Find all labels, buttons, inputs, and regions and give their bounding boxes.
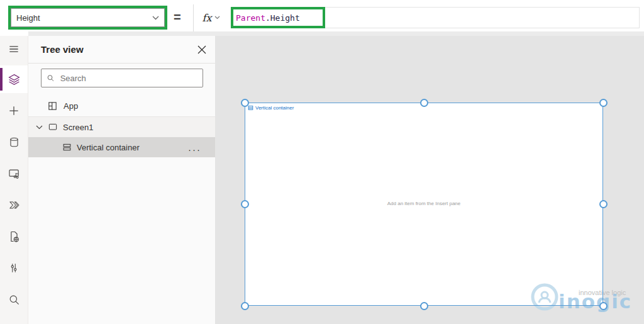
database-icon	[8, 136, 20, 148]
sidebar-item-insert[interactable]	[0, 97, 28, 125]
sidebar-item-search[interactable]	[0, 286, 28, 313]
selection-outline	[245, 103, 603, 306]
menu-button[interactable]	[0, 35, 28, 63]
sidebar-item-data[interactable]	[0, 128, 28, 156]
tree-view-layers-icon	[8, 73, 21, 86]
search-input[interactable]	[59, 73, 197, 84]
tree-view-header: Tree view	[28, 36, 215, 64]
hamburger-icon	[8, 43, 20, 55]
tree-item-label: Screen1	[63, 123, 93, 132]
tree-view-panel: Tree view App Screen1 Vertical cont	[28, 36, 215, 324]
tree-item-label: Vertical container	[77, 143, 140, 152]
close-panel-button[interactable]	[197, 45, 206, 54]
selection-label: Vertical container	[248, 105, 294, 111]
tree-item-label: App	[64, 101, 78, 111]
media-icon	[8, 167, 21, 180]
container-icon	[62, 142, 72, 152]
property-dropdown[interactable]: Height	[11, 8, 165, 27]
formula-toolbar: Height = fx Parent.Height	[0, 0, 644, 36]
fx-icon: fx	[203, 12, 212, 24]
selection-handle-n[interactable]	[420, 99, 428, 107]
app-icon	[47, 101, 58, 111]
selection-handle-w[interactable]	[241, 200, 249, 208]
property-annotation-box: Height	[8, 6, 167, 30]
sidebar-item-power-automate[interactable]	[0, 191, 28, 219]
container-icon	[248, 105, 253, 111]
selection-label-text: Vertical container	[255, 105, 294, 111]
more-options-button[interactable]: ···	[188, 144, 201, 155]
app-canvas[interactable]: innovative logic inogic Add an item from…	[215, 36, 644, 324]
chevron-down-icon	[152, 16, 159, 20]
tree-item-vertical-container[interactable]: Vertical container ···	[28, 137, 215, 157]
selection-handle-e[interactable]	[599, 200, 608, 208]
chevron-down-icon[interactable]	[36, 125, 43, 130]
toolbar-bottom-strip	[28, 31, 644, 36]
selection-handle-nw[interactable]	[241, 99, 249, 107]
selection-handle-ne[interactable]	[599, 99, 608, 107]
selection-handle-s[interactable]	[420, 302, 428, 310]
search-icon	[8, 294, 20, 306]
sidebar-item-settings[interactable]	[0, 254, 28, 282]
tree-item-app[interactable]: App	[28, 96, 215, 117]
tree-search-box[interactable]	[41, 69, 203, 87]
formula-annotation-box	[231, 7, 325, 28]
close-icon	[197, 45, 206, 54]
chevron-down-icon	[214, 16, 220, 20]
sliders-icon	[8, 262, 19, 274]
equals-sign: =	[174, 0, 181, 35]
fx-dropdown-button[interactable]: fx	[194, 7, 229, 28]
tree-item-screen1[interactable]: Screen1	[28, 117, 215, 137]
document-globe-icon	[8, 230, 20, 243]
sidebar-item-media[interactable]	[0, 160, 28, 187]
left-nav-rail	[0, 36, 28, 324]
sidebar-item-tree-view[interactable]	[0, 65, 28, 93]
panel-title: Tree view	[41, 44, 84, 55]
screen-icon	[47, 122, 58, 132]
search-icon	[47, 74, 55, 82]
property-dropdown-value: Height	[16, 13, 40, 23]
selection-handle-se[interactable]	[599, 302, 608, 310]
selection-handle-sw[interactable]	[241, 302, 249, 310]
sidebar-item-advanced-tools[interactable]	[0, 223, 28, 250]
plus-icon	[8, 104, 20, 117]
power-automate-icon	[8, 199, 21, 211]
